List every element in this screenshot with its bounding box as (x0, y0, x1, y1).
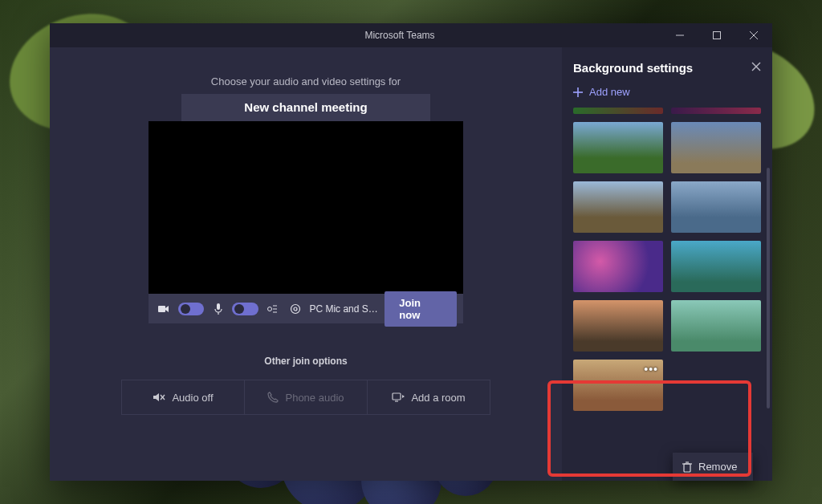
add-room-label: Add a room (411, 392, 465, 404)
panel-close-icon[interactable] (751, 60, 761, 75)
window-title: Microsoft Teams (50, 30, 661, 41)
audio-off-button[interactable]: Audio off (122, 380, 244, 414)
settings-prompt: Choose your audio and video settings for (211, 75, 401, 87)
svg-rect-20 (684, 464, 690, 472)
background-thumb[interactable] (573, 241, 663, 292)
camera-toggle[interactable] (178, 303, 204, 315)
mic-toggle[interactable] (232, 303, 258, 315)
background-thumb[interactable] (671, 300, 761, 352)
phone-audio-label: Phone audio (285, 392, 344, 404)
background-grid: ••• (573, 108, 761, 411)
video-preview-container: PC Mic and Sp… Join now (149, 121, 463, 323)
teams-window: Microsoft Teams Choose your audio and vi… (50, 23, 772, 481)
meeting-title-field[interactable]: New channel meeting (181, 94, 430, 121)
join-now-button[interactable]: Join now (385, 291, 457, 327)
panel-title: Background settings (573, 61, 751, 75)
plus-icon (573, 87, 583, 97)
other-options-label: Other join options (264, 356, 347, 367)
background-thumb[interactable] (573, 181, 663, 233)
background-thumb[interactable] (573, 122, 663, 173)
background-effects-icon[interactable] (263, 299, 282, 319)
background-thumb[interactable] (671, 108, 761, 114)
join-options: Audio off Phone audio Add a room (121, 380, 490, 415)
svg-rect-5 (217, 303, 220, 310)
background-thumb[interactable] (671, 241, 761, 292)
context-menu: Remove (673, 453, 753, 481)
background-thumb-selected[interactable]: ••• (573, 360, 663, 411)
content: Choose your audio and video settings for… (50, 47, 772, 481)
device-label[interactable]: PC Mic and Sp… (309, 303, 380, 315)
svg-point-11 (291, 304, 299, 313)
titlebar: Microsoft Teams (50, 23, 772, 47)
svg-rect-1 (714, 32, 721, 39)
background-thumb[interactable] (573, 300, 663, 352)
trash-icon (682, 461, 692, 473)
minimize-button[interactable] (661, 23, 698, 47)
camera-icon (155, 299, 173, 319)
more-options-icon[interactable]: ••• (644, 363, 658, 376)
video-preview (149, 121, 463, 294)
phone-audio-button: Phone audio (244, 380, 367, 414)
context-remove-item[interactable]: Remove (698, 461, 737, 473)
close-button[interactable] (735, 23, 772, 47)
svg-rect-14 (393, 393, 401, 400)
maximize-button[interactable] (698, 23, 735, 47)
background-thumb[interactable] (671, 181, 761, 233)
add-new-label: Add new (589, 86, 630, 98)
microphone-icon (209, 299, 227, 319)
audio-off-label: Audio off (172, 392, 213, 404)
av-controls: PC Mic and Sp… Join now (149, 294, 463, 323)
svg-point-10 (294, 307, 297, 311)
add-new-button[interactable]: Add new (573, 86, 761, 98)
background-thumb[interactable] (573, 108, 663, 114)
svg-rect-4 (158, 306, 165, 312)
prejoin-main: Choose your audio and video settings for… (50, 47, 562, 481)
background-thumb[interactable] (671, 122, 761, 173)
meeting-title-text: New channel meeting (244, 100, 367, 114)
device-settings-button[interactable] (287, 299, 305, 319)
panel-scrollbar[interactable] (767, 168, 770, 408)
background-settings-panel: Background settings Add new ••• (562, 47, 772, 481)
svg-point-6 (268, 307, 272, 311)
add-room-button[interactable]: Add a room (367, 380, 490, 414)
